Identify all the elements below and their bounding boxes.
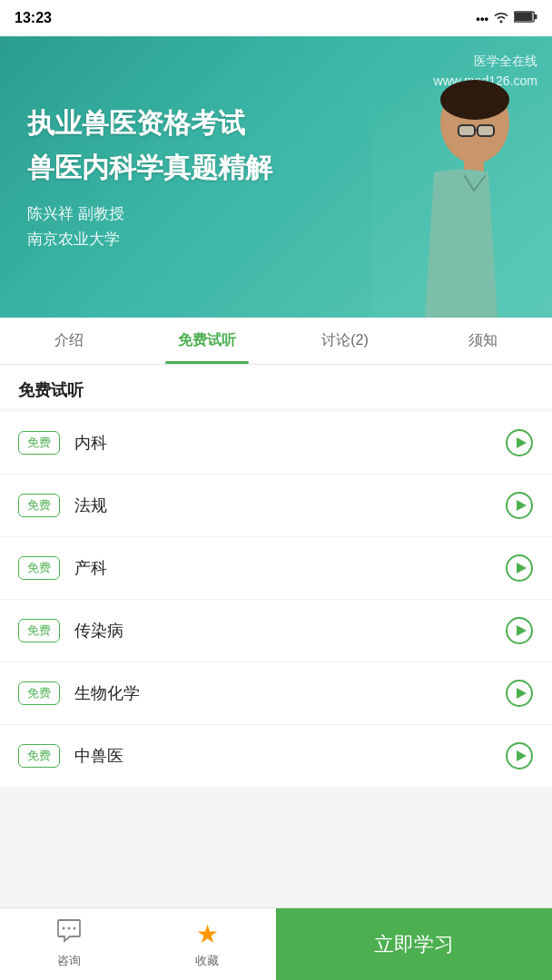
course-name-5: 生物化学 xyxy=(74,682,505,704)
action-button[interactable]: 立即学习 xyxy=(276,908,552,980)
status-icons: ••• xyxy=(476,11,537,26)
svg-point-23 xyxy=(68,927,71,930)
svg-point-22 xyxy=(63,927,65,930)
svg-marker-15 xyxy=(517,563,527,573)
svg-point-5 xyxy=(440,80,509,120)
tab-intro-label: 介绍 xyxy=(54,331,84,350)
free-badge-1: 免费 xyxy=(18,431,60,455)
hero-banner: 医学全在线 www.med126.com 执业兽医资格考试 兽医内科学真题精解 … xyxy=(0,36,552,318)
wifi-signal-icon xyxy=(494,11,508,26)
play-icon-3 xyxy=(505,554,534,583)
course-name-1: 内科 xyxy=(74,432,505,454)
course-item-4[interactable]: 免费 传染病 xyxy=(0,600,552,662)
bottom-bar: 咨询 ★ 收藏 立即学习 xyxy=(0,907,552,980)
play-icon-1 xyxy=(505,428,534,457)
course-item-3[interactable]: 免费 产科 xyxy=(0,537,552,600)
free-badge-6: 免费 xyxy=(18,744,60,768)
course-item-5[interactable]: 免费 生物化学 xyxy=(0,662,552,725)
svg-point-0 xyxy=(499,20,502,23)
svg-rect-6 xyxy=(458,125,475,136)
status-time: 13:23 xyxy=(15,10,52,26)
consult-button[interactable]: 咨询 xyxy=(0,908,138,980)
svg-marker-11 xyxy=(517,437,527,448)
play-icon-5 xyxy=(505,679,534,708)
svg-marker-19 xyxy=(517,688,527,699)
course-item-2[interactable]: 免费 法规 xyxy=(0,475,552,537)
tab-notice[interactable]: 须知 xyxy=(414,318,552,364)
collect-button[interactable]: ★ 收藏 xyxy=(138,908,276,980)
content-area: 免费试听 免费 内科 免费 法规 免费 产科 免费 传染病 xyxy=(0,365,552,860)
play-icon-6 xyxy=(505,741,534,770)
svg-marker-17 xyxy=(517,625,527,636)
free-badge-5: 免费 xyxy=(18,681,60,705)
status-bar: 13:23 ••• xyxy=(0,0,552,36)
tab-notice-label: 须知 xyxy=(468,331,498,350)
collect-label: 收藏 xyxy=(195,953,219,969)
tabs-container: 介绍 免费试听 讨论(2) 须知 xyxy=(0,318,552,365)
free-badge-3: 免费 xyxy=(18,556,60,580)
course-name-3: 产科 xyxy=(74,557,505,579)
tab-trial-label: 免费试听 xyxy=(178,331,236,350)
course-name-2: 法规 xyxy=(74,495,505,516)
course-item-1[interactable]: 免费 内科 xyxy=(0,412,552,475)
chat-icon xyxy=(56,919,82,949)
svg-rect-2 xyxy=(515,13,533,21)
tab-discuss[interactable]: 讨论(2) xyxy=(276,318,414,364)
free-badge-4: 免费 xyxy=(18,619,60,642)
star-icon: ★ xyxy=(196,919,219,949)
course-list: 免费 内科 免费 法规 免费 产科 免费 传染病 xyxy=(0,412,552,788)
course-name-6: 中兽医 xyxy=(74,745,505,767)
action-label: 立即学习 xyxy=(374,931,454,958)
course-item-6[interactable]: 免费 中兽医 xyxy=(0,725,552,788)
svg-rect-7 xyxy=(478,125,494,136)
svg-marker-13 xyxy=(517,500,527,511)
svg-marker-21 xyxy=(517,750,527,761)
svg-point-24 xyxy=(74,927,76,930)
section-title: 免费试听 xyxy=(0,365,552,408)
consult-label: 咨询 xyxy=(57,953,81,969)
svg-rect-3 xyxy=(535,15,537,20)
battery-icon xyxy=(514,11,537,25)
signal-dots-icon: ••• xyxy=(476,12,488,25)
course-name-4: 传染病 xyxy=(74,620,505,642)
tab-trial[interactable]: 免费试听 xyxy=(138,318,276,364)
hero-person-illustration xyxy=(370,64,552,318)
play-icon-2 xyxy=(505,491,534,520)
play-icon-4 xyxy=(505,616,534,645)
tab-intro[interactable]: 介绍 xyxy=(0,318,138,364)
free-badge-2: 免费 xyxy=(18,494,60,517)
tab-discuss-label: 讨论(2) xyxy=(321,331,369,350)
